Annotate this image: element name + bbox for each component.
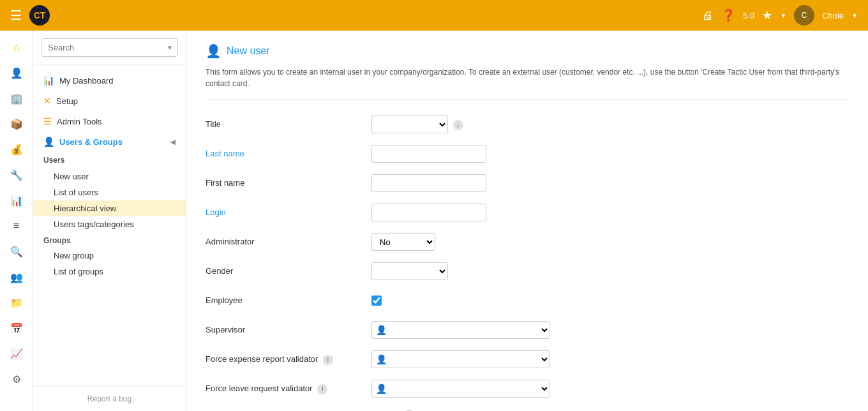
sidebar-nav: 📊 My Dashboard ✕ Setup ☰ Admin Tools 👤 U…	[33, 65, 186, 386]
gender-select[interactable]: Male Female Other	[371, 262, 448, 280]
page-description: This form allows you to create an intern…	[206, 66, 849, 100]
search-input[interactable]	[41, 38, 178, 57]
title-select[interactable]: Mr Mrs Ms Dr	[371, 116, 448, 133]
search-wrap: ▼	[41, 38, 178, 57]
force-expense-field-wrap: 👤	[371, 350, 550, 368]
force-leave-field-wrap: 👤	[371, 380, 550, 398]
star-chevron-icon[interactable]: ▼	[780, 12, 786, 19]
sidebar-item-setup[interactable]: ✕ Setup	[33, 91, 186, 111]
force-expense-person-icon: 👤	[372, 354, 391, 364]
employee-checkbox[interactable]	[371, 295, 382, 306]
icon-rail: ⌂ 👤 🏢 📦 💰 🔧 📊 ≡ 🔍 👥 📁 📅 📈 ⚙	[0, 31, 33, 411]
user-chevron-icon[interactable]: ▼	[851, 12, 858, 19]
sidebar-section-title-label: Users & Groups	[59, 137, 123, 147]
force-leave-info-icon: i	[317, 384, 327, 394]
avatar: C	[794, 5, 814, 26]
new-user-form: Title Mr Mrs Ms Dr i Last name	[206, 110, 849, 411]
last-name-input[interactable]	[371, 145, 486, 163]
star-icon[interactable]: ★	[762, 8, 772, 22]
force-expense-select[interactable]	[391, 351, 550, 368]
first-name-input[interactable]	[371, 174, 486, 192]
rail-settings-icon[interactable]: ⚙	[4, 368, 29, 391]
external-user-value: Internal	[371, 405, 399, 411]
sidebar-item-admin[interactable]: ☰ Admin Tools	[33, 111, 186, 131]
rail-calendar-icon[interactable]: 📅	[4, 317, 29, 340]
section-collapse-icon[interactable]: ◀	[170, 138, 176, 146]
administrator-select[interactable]: No Yes	[371, 233, 435, 251]
last-name-label: Last name	[206, 145, 371, 158]
sidebar-item-hierarchical[interactable]: Hierarchical view	[33, 200, 186, 216]
search-chevron-icon[interactable]: ▼	[167, 44, 173, 51]
dashboard-icon: 📊	[43, 75, 54, 86]
sidebar-item-user-tags[interactable]: Users tags/categories	[33, 216, 186, 232]
supervisor-select[interactable]	[391, 322, 550, 338]
sidebar-item-new-group[interactable]: New group	[33, 248, 186, 264]
first-name-field-wrap	[371, 174, 486, 192]
force-expense-label: Force expense report validator i	[206, 350, 371, 365]
supervisor-field-wrap: 👤	[371, 321, 550, 339]
force-expense-row: Force expense report validator i 👤	[206, 350, 849, 371]
printer-icon[interactable]: 🖨	[702, 9, 714, 22]
new-user-page-icon: 👤	[206, 43, 221, 59]
rail-coin-icon[interactable]: 💰	[4, 138, 29, 161]
rail-box-icon[interactable]: 📦	[4, 112, 29, 135]
rail-folder-icon[interactable]: 📁	[4, 291, 29, 314]
hamburger-menu-button[interactable]: ☰	[10, 8, 22, 23]
main-content: 👤 New user This form allows you to creat…	[186, 31, 868, 411]
supervisor-select-wrap: 👤	[371, 321, 550, 339]
gender-field-wrap: Male Female Other	[371, 262, 448, 280]
sidebar-admin-label: Admin Tools	[57, 117, 102, 126]
rail-wrench-icon[interactable]: 🔧	[4, 163, 29, 186]
topbar: ☰ CT 🖨 ❓ 5.0 ★ ▼ C Chole ▼	[0, 0, 868, 31]
administrator-label: Administrator	[206, 233, 371, 246]
sidebar-users-groups-section[interactable]: 👤 Users & Groups ◀	[33, 131, 186, 152]
supervisor-label: Supervisor	[206, 321, 371, 334]
sidebar-item-new-user[interactable]: New user	[33, 168, 186, 184]
sidebar-item-dashboard[interactable]: 📊 My Dashboard	[33, 70, 186, 91]
employee-label: Employee	[206, 292, 371, 305]
supervisor-person-icon: 👤	[372, 325, 391, 335]
sidebar: ▼ 📊 My Dashboard ✕ Setup ☰ Admin Tools 👤…	[33, 31, 186, 411]
rail-report-icon[interactable]: 📊	[4, 189, 29, 212]
gender-label: Gender	[206, 262, 371, 276]
login-field-wrap	[371, 204, 486, 221]
rail-user-icon[interactable]: 👤	[4, 61, 29, 84]
topbar-right: 🖨 ❓ 5.0 ★ ▼ C Chole ▼	[702, 5, 858, 26]
gender-row: Gender Male Female Other	[206, 262, 849, 283]
login-row: Login	[206, 204, 849, 224]
user-name-label[interactable]: Chole	[822, 11, 844, 20]
app-logo: CT	[29, 5, 50, 26]
rail-search-icon[interactable]: 🔍	[4, 240, 29, 263]
sidebar-dashboard-label: My Dashboard	[59, 76, 114, 86]
first-name-label: First name	[206, 174, 371, 188]
version-badge: 5.0	[743, 11, 754, 20]
force-expense-select-wrap: 👤	[371, 350, 550, 368]
title-info-icon: i	[453, 120, 463, 130]
force-leave-select[interactable]	[391, 380, 550, 397]
login-label: Login	[206, 204, 371, 217]
report-bug-link[interactable]: Report a bug	[43, 392, 176, 406]
last-name-row: Last name	[206, 145, 849, 165]
login-input[interactable]	[371, 204, 486, 221]
groups-group-label: Groups	[33, 232, 186, 248]
title-field-wrap: Mr Mrs Ms Dr i	[371, 116, 463, 133]
rail-chart-icon[interactable]: 📈	[4, 342, 29, 365]
rail-home-icon[interactable]: ⌂	[4, 36, 29, 59]
topbar-left: ☰ CT	[10, 5, 50, 26]
rail-layers-icon[interactable]: ≡	[4, 214, 29, 237]
rail-building-icon[interactable]: 🏢	[4, 87, 29, 110]
sidebar-item-list-groups[interactable]: List of groups	[33, 264, 186, 280]
supervisor-row: Supervisor 👤	[206, 321, 849, 341]
last-name-field-wrap	[371, 145, 486, 163]
sidebar-item-list-users[interactable]: List of users	[33, 184, 186, 200]
users-groups-icon: 👤	[43, 137, 54, 147]
sidebar-footer: Report a bug	[33, 386, 186, 411]
page-header: 👤 New user	[206, 43, 849, 59]
first-name-row: First name	[206, 174, 849, 195]
help-icon[interactable]: ❓	[721, 8, 735, 22]
employee-row: Employee	[206, 292, 849, 312]
rail-people-icon[interactable]: 👥	[4, 265, 29, 288]
force-leave-row: Force leave request validator i 👤	[206, 380, 849, 400]
employee-field-wrap	[371, 292, 382, 308]
title-label: Title	[206, 116, 371, 129]
